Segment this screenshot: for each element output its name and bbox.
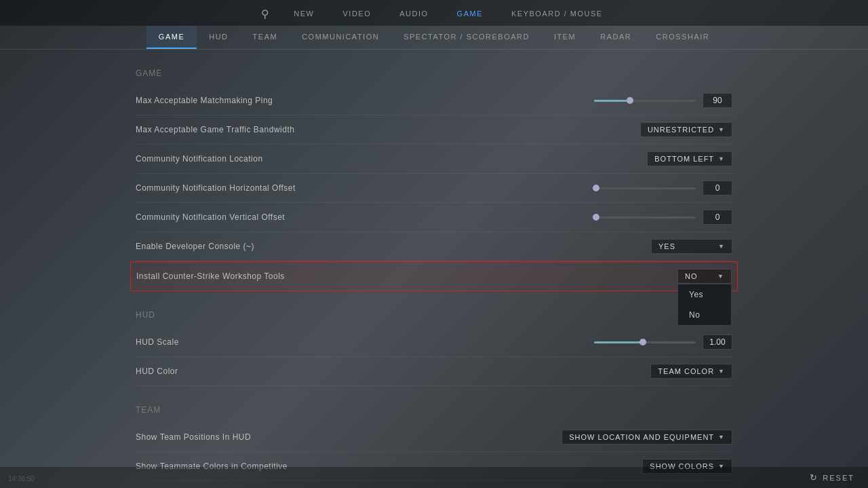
reset-icon: ↻ [810, 472, 818, 483]
hud-color-arrow: ▼ [718, 368, 725, 375]
timestamp: 14:36:50 [8, 475, 35, 483]
setting-notification-v-offset-label: Community Notification Vertical Offset [136, 212, 285, 222]
setting-hud-scale-label: HUD Scale [136, 337, 179, 347]
notification-h-offset-value[interactable]: 0 [703, 181, 732, 195]
setting-bandwidth-label: Max Acceptable Game Traffic Bandwidth [136, 125, 294, 134]
setting-developer-console-label: Enable Developer Console (~) [136, 242, 254, 251]
tab-crosshair[interactable]: CROSSHAIR [644, 26, 722, 49]
top-nav-video[interactable]: VIDEO [339, 7, 376, 20]
setting-hud-scale-control: 1.00 [594, 335, 732, 350]
setting-developer-console: Enable Developer Console (~) YES ▼ [136, 232, 732, 261]
setting-team-positions: Show Team Positions In HUD SHOW LOCATION… [136, 423, 732, 452]
top-nav-game[interactable]: GAME [453, 7, 487, 20]
tab-radar[interactable]: RADAR [588, 26, 644, 49]
workshop-tools-option-yes[interactable]: Yes [678, 284, 731, 305]
bandwidth-dropdown[interactable]: UNRESTRICTED ▼ [640, 122, 732, 137]
workshop-tools-dropdown[interactable]: NO ▼ [677, 269, 732, 284]
workshop-tools-arrow: ▼ [717, 273, 724, 280]
setting-notification-h-offset-control: 0 [594, 181, 732, 195]
search-icon[interactable]: ⚲ [261, 7, 269, 20]
setting-notification-location-label: Community Notification Location [136, 154, 263, 164]
tab-spectator-scoreboard[interactable]: SPECTATOR / SCOREBOARD [391, 26, 542, 49]
notification-location-arrow: ▼ [718, 155, 725, 162]
setting-team-positions-label: Show Team Positions In HUD [136, 432, 251, 442]
setting-notification-v-offset: Community Notification Vertical Offset 0 [136, 203, 732, 232]
developer-console-arrow: ▼ [718, 243, 725, 250]
hud-scale-slider[interactable] [594, 341, 696, 343]
bandwidth-dropdown-arrow: ▼ [718, 126, 725, 133]
tab-communication[interactable]: COMMUNICATION [290, 26, 391, 49]
team-positions-dropdown[interactable]: SHOW LOCATION AND EQUIPMENT ▼ [561, 430, 732, 445]
team-positions-arrow: ▼ [718, 434, 725, 440]
max-ping-value[interactable]: 90 [703, 93, 732, 108]
top-nav: ⚲ NEW VIDEO AUDIO GAME KEYBOARD / MOUSE [0, 0, 868, 26]
workshop-tools-dropdown-menu: Yes No [677, 284, 732, 326]
setting-max-ping-control: 90 [594, 93, 732, 108]
notification-h-offset-slider[interactable] [594, 187, 696, 189]
setting-workshop-tools: Install Counter-Strike Workshop Tools NO… [130, 261, 738, 291]
hud-color-dropdown[interactable]: TEAM COLOR ▼ [650, 364, 732, 379]
tab-hud[interactable]: HUD [197, 26, 240, 49]
setting-hud-scale: HUD Scale 1.00 [136, 328, 732, 357]
game-section-label: Game [136, 69, 732, 78]
tab-team[interactable]: TEAM [241, 26, 290, 49]
setting-notification-h-offset-label: Community Notification Horizontal Offset [136, 183, 296, 193]
settings-area: Game Max Acceptable Matchmaking Ping 90 … [0, 50, 868, 483]
developer-console-dropdown[interactable]: YES ▼ [651, 239, 732, 254]
workshop-tools-option-no[interactable]: No [678, 305, 731, 325]
setting-max-ping-label: Max Acceptable Matchmaking Ping [136, 96, 273, 105]
hud-scale-value[interactable]: 1.00 [703, 335, 732, 350]
setting-notification-location: Community Notification Location BOTTOM L… [136, 145, 732, 174]
team-section-label: Team [136, 405, 732, 415]
setting-max-ping: Max Acceptable Matchmaking Ping 90 [136, 86, 732, 115]
sub-nav: GAME HUD TEAM COMMUNICATION SPECTATOR / … [0, 26, 868, 50]
notification-location-dropdown[interactable]: BOTTOM LEFT ▼ [647, 151, 732, 166]
bottom-bar: ↻ RESET [0, 467, 868, 488]
setting-notification-h-offset: Community Notification Horizontal Offset… [136, 174, 732, 203]
setting-workshop-tools-label: Install Counter-Strike Workshop Tools [136, 271, 285, 281]
notification-v-offset-value[interactable]: 0 [703, 210, 732, 225]
setting-hud-color: HUD Color TEAM COLOR ▼ [136, 357, 732, 386]
top-nav-keyboard-mouse[interactable]: KEYBOARD / MOUSE [507, 7, 607, 20]
tab-item[interactable]: ITEM [542, 26, 588, 49]
setting-bandwidth: Max Acceptable Game Traffic Bandwidth UN… [136, 115, 732, 145]
notification-v-offset-slider[interactable] [594, 217, 696, 219]
hud-section-label: Hud [136, 310, 732, 320]
reset-button[interactable]: ↻ RESET [810, 472, 854, 483]
setting-hud-color-label: HUD Color [136, 367, 178, 376]
tab-game[interactable]: GAME [146, 26, 197, 49]
top-nav-new[interactable]: NEW [290, 7, 318, 20]
max-ping-slider[interactable] [594, 100, 696, 102]
reset-label: RESET [823, 474, 854, 482]
top-nav-audio[interactable]: AUDIO [395, 7, 432, 20]
setting-notification-v-offset-control: 0 [594, 210, 732, 225]
